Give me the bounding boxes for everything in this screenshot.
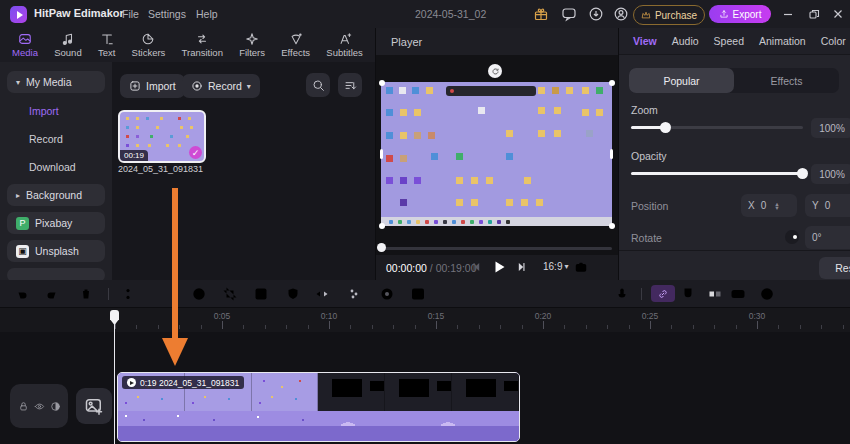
purchase-button[interactable]: Purchase: [633, 5, 705, 25]
redo-button[interactable]: [44, 286, 60, 302]
segment-popular[interactable]: Popular: [629, 68, 734, 93]
timeline-ruler[interactable]: 0:05 0:10 0:15 0:20 0:25 0:30: [0, 308, 850, 332]
position-y-stepper[interactable]: Y 0: [805, 194, 850, 217]
rotate-handle[interactable]: [488, 64, 502, 78]
prev-frame-button[interactable]: [470, 260, 484, 274]
selection-handle-right[interactable]: [610, 149, 613, 159]
opacity-value[interactable]: 100%: [811, 164, 850, 184]
tab-view[interactable]: View: [633, 35, 657, 47]
voiceover-button[interactable]: [614, 286, 630, 302]
add-text-button[interactable]: [410, 286, 426, 302]
stepper-arrows-icon[interactable]: ▲▼: [774, 202, 779, 210]
timeline-video-clip[interactable]: 0:19 2024_05_31_091831: [117, 372, 520, 442]
tab-animation[interactable]: Animation: [759, 35, 806, 47]
preview-canvas[interactable]: [381, 82, 612, 226]
selection-handle-bl[interactable]: [379, 223, 385, 229]
split-button[interactable]: [124, 286, 140, 302]
sidebar-item-import[interactable]: Import: [7, 100, 105, 122]
crop-button[interactable]: [222, 286, 238, 302]
account-icon[interactable]: [613, 6, 629, 22]
sidebar-item-background[interactable]: ▸ Background: [7, 184, 105, 206]
tab-audio[interactable]: Audio: [672, 35, 699, 47]
speed-button[interactable]: [191, 286, 207, 302]
import-button[interactable]: Import: [120, 74, 185, 98]
rotate-dial[interactable]: [785, 230, 799, 244]
rotate-button[interactable]: [253, 286, 269, 302]
image-plus-icon: [84, 396, 104, 416]
thumbnail-preview: [126, 117, 129, 120]
app-logo-icon: [10, 6, 27, 23]
mask-button[interactable]: [285, 286, 301, 302]
zoom-label: Zoom: [631, 104, 658, 116]
position-x-stepper[interactable]: X 0 ▲▼: [741, 194, 797, 217]
sidebar-item-pixabay[interactable]: P Pixabay: [7, 212, 105, 234]
zoom-slider[interactable]: [631, 126, 803, 129]
sidebar-item-my-media[interactable]: ▾ My Media: [7, 71, 105, 93]
freeze-frame-button[interactable]: [379, 286, 395, 302]
player-panel: Player 00:00:00 / 00:19:00: [375, 28, 618, 280]
sort-button[interactable]: [338, 73, 362, 97]
move-button[interactable]: [156, 286, 172, 302]
flip-button[interactable]: [314, 286, 330, 302]
gift-icon[interactable]: [533, 6, 549, 22]
sidebar-item-download[interactable]: Download: [7, 156, 105, 178]
divider: [619, 250, 850, 251]
lock-icon[interactable]: [18, 401, 29, 412]
minimize-button[interactable]: [782, 8, 794, 20]
seek-handle[interactable]: [377, 243, 386, 252]
selection-handle-left[interactable]: [380, 149, 383, 159]
track-size-button[interactable]: [707, 286, 723, 302]
selection-handle-br[interactable]: [609, 223, 615, 229]
tab-subtitles[interactable]: Subtitles: [326, 32, 362, 58]
tab-stickers[interactable]: Stickers: [132, 32, 166, 58]
zoom-out-button[interactable]: [759, 286, 775, 302]
tab-media[interactable]: Media: [12, 32, 38, 58]
menu-settings[interactable]: Settings: [148, 8, 186, 20]
reset-button[interactable]: Reset: [819, 257, 850, 279]
segmented-control: Popular Effects: [629, 68, 839, 93]
selection-handle-tl[interactable]: [379, 80, 385, 86]
eye-icon[interactable]: [34, 401, 45, 412]
adjust-button[interactable]: [346, 286, 362, 302]
fit-timeline-button[interactable]: [730, 286, 746, 302]
selection-handle-tr[interactable]: [609, 80, 615, 86]
feedback-icon[interactable]: [561, 6, 577, 22]
zoom-value[interactable]: 100%: [811, 118, 850, 138]
canvas-grid-button[interactable]: [597, 260, 611, 274]
media-thumbnail[interactable]: 00:19 ✓: [118, 110, 206, 163]
segment-effects[interactable]: Effects: [734, 68, 839, 93]
export-button[interactable]: Export: [709, 5, 771, 23]
snap-magnet-button[interactable]: [680, 286, 696, 302]
tab-effects[interactable]: Effects: [281, 32, 310, 58]
search-button[interactable]: [306, 73, 330, 97]
unsplash-icon: ▣: [16, 245, 29, 258]
tab-speed[interactable]: Speed: [714, 35, 744, 47]
rotate-value[interactable]: 0°: [805, 226, 850, 249]
menu-help[interactable]: Help: [196, 8, 218, 20]
menu-file[interactable]: File: [122, 8, 139, 20]
timeline-tracks: 0:19 2024_05_31_091831: [0, 332, 850, 444]
tab-transition[interactable]: Transition: [182, 32, 223, 58]
restore-button[interactable]: [808, 8, 820, 20]
aspect-ratio-select[interactable]: 16:9 ▾: [543, 261, 568, 272]
delete-button[interactable]: [78, 286, 94, 302]
mute-half-icon[interactable]: [50, 401, 61, 412]
tab-sound[interactable]: Sound: [54, 32, 81, 58]
seek-bar[interactable]: [381, 247, 612, 250]
record-button[interactable]: Record ▾: [182, 74, 260, 98]
sidebar-item-partial[interactable]: [7, 268, 105, 280]
play-button[interactable]: [491, 259, 507, 275]
next-frame-button[interactable]: [514, 260, 528, 274]
sidebar-item-unsplash[interactable]: ▣ Unsplash: [7, 240, 105, 262]
tab-text[interactable]: Text: [98, 32, 115, 58]
link-clips-button[interactable]: [651, 285, 675, 302]
snapshot-button[interactable]: [574, 260, 588, 274]
tab-color[interactable]: Color: [821, 35, 846, 47]
add-to-track-button[interactable]: [76, 388, 112, 424]
download-icon[interactable]: [588, 6, 604, 22]
sidebar-item-record[interactable]: Record: [7, 128, 105, 150]
undo-button[interactable]: [14, 286, 30, 302]
tab-filters[interactable]: Filters: [239, 32, 265, 58]
close-button[interactable]: [832, 8, 844, 20]
opacity-slider[interactable]: [631, 172, 803, 175]
